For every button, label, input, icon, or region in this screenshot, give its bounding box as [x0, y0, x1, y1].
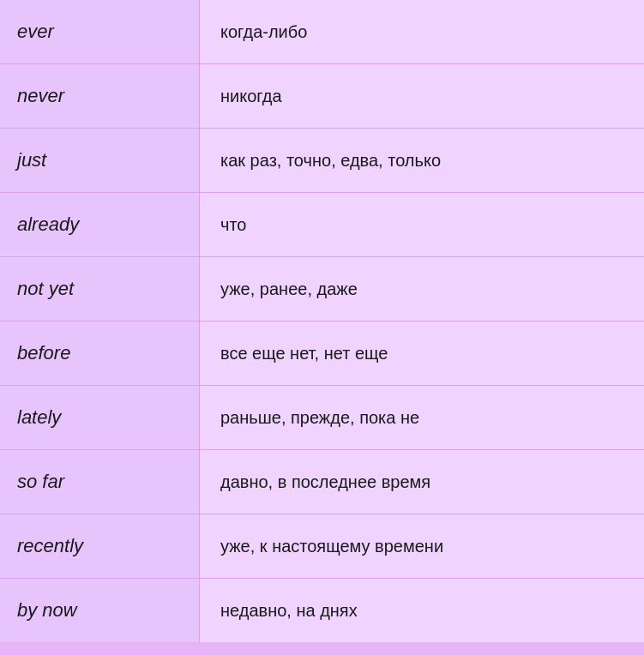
english-word: lately — [17, 406, 61, 429]
english-cell: so far — [0, 450, 200, 514]
table-row: by nowнедавно, на днях — [0, 579, 644, 642]
table-row: alreadyчто — [0, 193, 644, 257]
english-word: recently — [17, 535, 83, 557]
table-row: recentlyуже, к настоящему времени — [0, 514, 644, 579]
russian-cell: все еще нет, нет еще — [200, 321, 644, 385]
english-cell: never — [0, 64, 200, 128]
english-cell: just — [0, 129, 200, 192]
russian-text: когда-либо — [220, 22, 307, 42]
table-row: everкогда-либо — [0, 0, 644, 64]
english-word: already — [17, 213, 79, 236]
russian-text: уже, к настоящему времени — [220, 537, 443, 556]
vocabulary-table: everкогда-либоneverникогдаjustкак раз, т… — [0, 0, 644, 642]
english-word: never — [17, 85, 64, 107]
table-row: so farдавно, в последнее время — [0, 450, 644, 514]
russian-text: все еще нет, нет еще — [220, 344, 388, 364]
russian-text: недавно, на днях — [220, 601, 358, 621]
english-word: so far — [17, 471, 64, 493]
english-cell: already — [0, 193, 200, 256]
russian-cell: давно, в последнее время — [200, 450, 644, 514]
russian-cell: когда-либо — [200, 0, 644, 63]
english-word: just — [17, 149, 46, 171]
english-word: ever — [17, 21, 54, 43]
table-row: justкак раз, точно, едва, только — [0, 129, 644, 193]
russian-cell: уже, ранее, даже — [200, 257, 644, 321]
table-row: beforeвсе еще нет, нет еще — [0, 321, 644, 386]
english-cell: not yet — [0, 257, 200, 321]
russian-cell: никогда — [200, 64, 644, 128]
russian-cell: что — [200, 193, 644, 256]
english-word: by now — [17, 599, 77, 622]
english-cell: ever — [0, 0, 200, 63]
english-word: before — [17, 342, 70, 364]
english-cell: lately — [0, 386, 200, 449]
russian-text: раньше, прежде, пока не — [220, 408, 419, 428]
table-row: neverникогда — [0, 64, 644, 129]
russian-text: что — [220, 215, 246, 235]
english-cell: before — [0, 321, 200, 385]
russian-text: никогда — [220, 87, 282, 106]
russian-text: как раз, точно, едва, только — [220, 151, 441, 171]
table-row: not yetуже, ранее, даже — [0, 257, 644, 321]
table-row: latelyраньше, прежде, пока не — [0, 386, 644, 450]
russian-text: уже, ранее, даже — [220, 279, 358, 299]
english-cell: recently — [0, 514, 200, 578]
russian-cell: уже, к настоящему времени — [200, 514, 644, 578]
russian-cell: как раз, точно, едва, только — [200, 129, 644, 192]
russian-text: давно, в последнее время — [220, 472, 430, 492]
english-word: not yet — [17, 278, 74, 300]
english-cell: by now — [0, 579, 200, 642]
russian-cell: недавно, на днях — [200, 579, 644, 642]
russian-cell: раньше, прежде, пока не — [200, 386, 644, 449]
